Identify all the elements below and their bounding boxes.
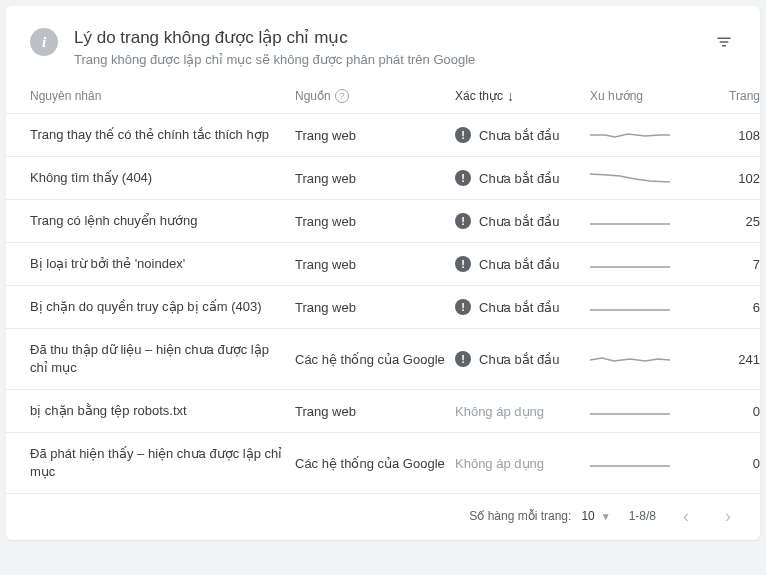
col-source[interactable]: Nguồn ?	[295, 89, 455, 103]
table-row[interactable]: Không tìm thấy (404)Trang web!Chưa bắt đ…	[6, 156, 760, 199]
trend-cell	[590, 454, 690, 472]
pages-cell: 0	[690, 456, 760, 471]
reason-cell: Không tìm thấy (404)	[30, 169, 295, 187]
reasons-card: i Lý do trang không được lập chỉ mục Tra…	[6, 6, 760, 540]
trend-cell	[590, 350, 690, 368]
pages-cell: 102	[690, 171, 760, 186]
source-cell: Các hệ thống của Google	[295, 352, 455, 367]
status-label: Không áp dụng	[455, 456, 544, 471]
table-row[interactable]: Trang thay thế có thẻ chính tắc thích hợ…	[6, 113, 760, 156]
trend-cell	[590, 169, 690, 187]
header-text: Lý do trang không được lập chỉ mục Trang…	[74, 26, 696, 67]
sparkline-icon	[590, 126, 670, 144]
alert-icon: !	[455, 256, 471, 272]
table-row[interactable]: Bị chặn do quyền truy cập bị cấm (403)Tr…	[6, 285, 760, 328]
alert-icon: !	[455, 170, 471, 186]
status-cell: !Chưa bắt đầu	[455, 299, 590, 315]
next-page-button[interactable]: ›	[716, 504, 740, 528]
alert-icon: !	[455, 351, 471, 367]
reason-cell: Bị chặn do quyền truy cập bị cấm (403)	[30, 298, 295, 316]
card-header: i Lý do trang không được lập chỉ mục Tra…	[6, 6, 760, 81]
trend-cell	[590, 255, 690, 273]
alert-icon: !	[455, 127, 471, 143]
table-row[interactable]: bị chặn bằng tệp robots.txtTrang webKhôn…	[6, 389, 760, 432]
table-header: Nguyên nhân Nguồn ? Xác thực ↓ Xu hướng …	[6, 81, 760, 113]
pages-cell: 6	[690, 300, 760, 315]
chevron-down-icon: ▼	[601, 511, 611, 522]
table-row[interactable]: Đã thu thập dữ liệu – hiện chưa được lập…	[6, 328, 760, 389]
col-validation-label: Xác thực	[455, 89, 503, 103]
status-cell: Không áp dụng	[455, 404, 590, 419]
source-cell: Trang web	[295, 300, 455, 315]
status-cell: !Chưa bắt đầu	[455, 256, 590, 272]
reason-cell: Đã phát hiện thấy – hiện chưa được lập c…	[30, 445, 295, 481]
alert-icon: !	[455, 213, 471, 229]
sort-desc-icon: ↓	[507, 89, 514, 103]
rows-per-page-value: 10	[581, 509, 594, 523]
table-row[interactable]: Trang có lệnh chuyển hướngTrang web!Chưa…	[6, 199, 760, 242]
status-label: Chưa bắt đầu	[479, 171, 559, 186]
source-cell: Các hệ thống của Google	[295, 456, 455, 471]
reason-cell: bị chặn bằng tệp robots.txt	[30, 402, 295, 420]
pagination-range: 1-8/8	[629, 509, 656, 523]
status-label: Chưa bắt đầu	[479, 257, 559, 272]
help-icon[interactable]: ?	[335, 89, 349, 103]
status-label: Chưa bắt đầu	[479, 128, 559, 143]
sparkline-icon	[590, 454, 670, 472]
col-validation[interactable]: Xác thực ↓	[455, 89, 590, 103]
sparkline-icon	[590, 298, 670, 316]
info-icon: i	[30, 28, 58, 56]
col-reason[interactable]: Nguyên nhân	[30, 89, 295, 103]
pages-cell: 7	[690, 257, 760, 272]
reason-cell: Trang thay thế có thẻ chính tắc thích hợ…	[30, 126, 295, 144]
status-cell: Không áp dụng	[455, 456, 590, 471]
alert-icon: !	[455, 299, 471, 315]
pages-cell: 241	[690, 352, 760, 367]
table-row[interactable]: Đã phát hiện thấy – hiện chưa được lập c…	[6, 432, 760, 493]
source-cell: Trang web	[295, 404, 455, 419]
status-label: Chưa bắt đầu	[479, 214, 559, 229]
status-cell: !Chưa bắt đầu	[455, 351, 590, 367]
reason-cell: Bị loại trừ bởi thẻ 'noindex'	[30, 255, 295, 273]
source-cell: Trang web	[295, 171, 455, 186]
filter-button[interactable]	[712, 30, 736, 54]
pages-cell: 108	[690, 128, 760, 143]
status-label: Chưa bắt đầu	[479, 352, 559, 367]
status-cell: !Chưa bắt đầu	[455, 213, 590, 229]
rows-per-page-select[interactable]: 10 ▼	[581, 509, 610, 523]
rows-per-page-label: Số hàng mỗi trang:	[469, 509, 571, 523]
source-cell: Trang web	[295, 214, 455, 229]
sparkline-icon	[590, 255, 670, 273]
col-source-label: Nguồn	[295, 89, 331, 103]
sparkline-icon	[590, 350, 670, 368]
reason-cell: Trang có lệnh chuyển hướng	[30, 212, 295, 230]
status-cell: !Chưa bắt đầu	[455, 127, 590, 143]
table-row[interactable]: Bị loại trừ bởi thẻ 'noindex'Trang web!C…	[6, 242, 760, 285]
pages-cell: 0	[690, 404, 760, 419]
sparkline-icon	[590, 169, 670, 187]
trend-cell	[590, 126, 690, 144]
card-title: Lý do trang không được lập chỉ mục	[74, 26, 696, 50]
source-cell: Trang web	[295, 128, 455, 143]
trend-cell	[590, 402, 690, 420]
status-cell: !Chưa bắt đầu	[455, 170, 590, 186]
status-label: Chưa bắt đầu	[479, 300, 559, 315]
trend-cell	[590, 212, 690, 230]
col-pages[interactable]: Trang	[690, 89, 760, 103]
rows-per-page: Số hàng mỗi trang: 10 ▼	[469, 509, 610, 523]
filter-icon	[715, 33, 733, 51]
status-label: Không áp dụng	[455, 404, 544, 419]
pagination: Số hàng mỗi trang: 10 ▼ 1-8/8 ‹ ›	[6, 493, 760, 532]
source-cell: Trang web	[295, 257, 455, 272]
prev-page-button[interactable]: ‹	[674, 504, 698, 528]
sparkline-icon	[590, 402, 670, 420]
trend-cell	[590, 298, 690, 316]
reason-cell: Đã thu thập dữ liệu – hiện chưa được lập…	[30, 341, 295, 377]
col-trend[interactable]: Xu hướng	[590, 89, 690, 103]
table-body: Trang thay thế có thẻ chính tắc thích hợ…	[6, 113, 760, 493]
card-subtitle: Trang không được lập chỉ mục sẽ không đư…	[74, 52, 696, 67]
sparkline-icon	[590, 212, 670, 230]
pages-cell: 25	[690, 214, 760, 229]
